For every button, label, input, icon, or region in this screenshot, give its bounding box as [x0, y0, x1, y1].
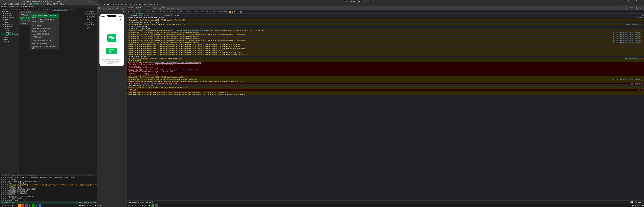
submenu-item[interactable]: 如何用chrome控制台调试Android应用(C)	[30, 45, 59, 49]
console-row[interactable]: [Component] slot "" is not found (for co…	[127, 38, 644, 40]
sim-footer[interactable]: 页面路径 ▾	[96, 205, 127, 207]
submenu-item[interactable]: 运行-[设备:Android-3ee1714b] - [mh-client] -…	[30, 18, 59, 23]
taskview-icon[interactable]: ⧉	[8, 204, 10, 207]
menu-file[interactable]: 文件(F)	[0, 3, 7, 5]
run-submenu[interactable]: 运行-[设备:Android-3ee1714b] - [mh-client]运行…	[30, 14, 59, 50]
settings-icon[interactable]: ⚙	[233, 11, 236, 13]
menu-item[interactable]: 项目	[96, 3, 101, 5]
maximize-button[interactable]: □	[92, 0, 94, 2]
menu-item[interactable]: 选择	[120, 3, 124, 5]
appsrv-select[interactable]: appsrv ▾	[638, 201, 643, 203]
explorer-icon[interactable]: 📁	[11, 204, 14, 207]
filter-input[interactable]	[146, 14, 163, 16]
scene-icon[interactable]: ⊞ ◐ ⊕ ⊟ ◫	[146, 201, 153, 203]
menu-item[interactable]: 微信开发者工具	[147, 3, 159, 5]
console-row[interactable]: [Component] slot "" is not found (for co…	[127, 36, 644, 38]
menu-view[interactable]: 视图(V)	[46, 3, 52, 5]
view-issues-link[interactable]: View issues	[636, 17, 643, 18]
status-item[interactable]: mh-client - 3ee1714b	[25, 174, 37, 176]
console-row[interactable]: [Component] slot "" is not found (for co…	[127, 32, 644, 34]
page-path[interactable]: pages/wxLogin/wxLogin	[129, 201, 144, 203]
user-avatar[interactable]	[98, 6, 101, 10]
menu-item[interactable]: 编辑	[106, 3, 110, 5]
visual-toggle[interactable]: ▦可视化	[116, 6, 120, 10]
console-row[interactable]: [Component] property "mode" of "uni_modu…	[127, 40, 644, 42]
menu-item[interactable]: 视图	[124, 3, 129, 5]
details-button[interactable]: ⓘ详情	[635, 6, 639, 10]
menu-item[interactable]: 设置	[134, 3, 138, 5]
maximize-button[interactable]: □	[634, 0, 639, 3]
devtools-tab[interactable]: Storage	[184, 10, 192, 13]
app-icon[interactable]	[152, 204, 154, 207]
devtools-tab[interactable]: Audits	[212, 10, 218, 13]
file-item[interactable]: App.vue	[2, 40, 19, 42]
console-row[interactable]: [pages/home/home] Some selectors are not…	[127, 52, 644, 54]
app-icon[interactable]: ⬚	[144, 204, 148, 207]
menu-publish[interactable]: 发行(U)	[39, 3, 46, 5]
preview-button[interactable]: 👁预览	[158, 6, 162, 10]
file-explorer[interactable]: mh-client .hbuilderxcomponentsnode_modul…	[0, 11, 19, 174]
console-row[interactable]: [system] Launch Time: 1385 ms	[127, 56, 644, 58]
console-output[interactable]: [sitemap 索引情况提示] 根据 sitemap 的规则[0]，当前页面 …	[127, 19, 644, 200]
windows-taskbar-right[interactable]: ⊞ 🔍 ⧉ 🌐 📁 ⬚ ◉ ▴ ☁ 🔊 中 18:19 💬	[127, 204, 644, 207]
taskview-icon[interactable]: ⧉	[134, 204, 137, 207]
vscode-icon[interactable]: ⬚	[14, 204, 17, 207]
menu-run[interactable]: 运行(R)	[33, 3, 39, 5]
file-item[interactable]: android_debug.apk	[2, 33, 19, 35]
console-row[interactable]: [pages/home/home] Some selectors are not…	[127, 46, 644, 48]
folder-item[interactable]: dist	[2, 35, 19, 37]
console-row[interactable]: [pages/wxLogin/wxLogin] Some selectors a…	[127, 92, 644, 94]
folder-item[interactable]: store	[2, 22, 19, 24]
submenu-item[interactable]: 运行基座选择(S)	[30, 24, 59, 27]
devtools-tab[interactable]: Sources	[144, 10, 151, 13]
minimize-button[interactable]: ─	[89, 0, 91, 2]
start-icon[interactable]: ⊞	[0, 204, 4, 207]
folder-item[interactable]: unpackage	[2, 26, 19, 28]
console-row[interactable]: [system] WeChatLib: 2.22.0 (2022.1.8 23:…	[127, 22, 644, 24]
file-item[interactable]: .gitignore	[2, 39, 19, 40]
devtools-tab[interactable]: AppData	[176, 10, 184, 13]
console-row[interactable]: ▸ GET https://test-box.quanlaibt.com/use…	[127, 82, 644, 84]
clear-cache-button[interactable]: 🗑清缓存	[166, 6, 170, 10]
capsule-close-icon[interactable]: ◉	[119, 18, 122, 20]
menu-tools[interactable]: 工具(T)	[52, 3, 59, 5]
menu-item[interactable]: 帮助	[142, 3, 147, 5]
editor-toggle[interactable]: ✎编辑器	[108, 6, 111, 10]
mute-icon[interactable]: 🔇 ⋮	[123, 11, 126, 12]
submenu-item[interactable]: Android模拟器端口设置(O)	[30, 33, 59, 36]
search-icon[interactable]: 🔍	[131, 204, 134, 207]
folder-item[interactable]: static	[2, 20, 19, 22]
menu-find[interactable]: 查找(I)	[20, 3, 26, 5]
run-browser[interactable]: 运行到浏览器(B)▸	[19, 11, 47, 14]
menu-item[interactable]: 工具	[110, 3, 115, 5]
app-icon[interactable]	[155, 204, 158, 207]
settings-icon[interactable]: ⚙	[642, 14, 644, 16]
submenu-item[interactable]: 制作自定义调试基座(P)	[30, 30, 59, 33]
devtools-tab[interactable]: Network	[151, 10, 158, 13]
console-row[interactable]: [system] Subpackages: N/A	[127, 26, 644, 28]
compile-mode-select[interactable]: 小程序模式	[126, 6, 134, 9]
editor-tab[interactable]: dboxDetails.vue	[10, 8, 23, 11]
editor-tab-active[interactable]: android_debug.apk	[52, 8, 68, 11]
system-tray[interactable]: ▴ ◐ ☁ 🔊 中 18:19 星期三 💬	[79, 204, 96, 206]
folder-item[interactable]: debug	[2, 29, 19, 31]
menu-item[interactable]: 文件	[101, 3, 106, 5]
minimize-button[interactable]: ─	[630, 0, 634, 3]
context-select[interactable]: ▸ appservice (#31) ▾	[130, 14, 142, 16]
terminal-icon[interactable]: ▣	[35, 204, 38, 207]
inspect-icon[interactable]: ⎘	[127, 11, 130, 13]
console-row[interactable]: 暂存的意思呢wxLogin.js? [sm]:1	[127, 89, 644, 92]
devtools-tab[interactable]: Vulnerability	[218, 10, 228, 13]
submenu-item[interactable]: 运行-[设备:Android-3ee1714b] - [mh-client]	[30, 14, 59, 18]
console-row[interactable]: DevTools failed to load SourceMap: Could…	[127, 30, 644, 32]
folder-item[interactable]: utils	[2, 37, 19, 39]
console-row[interactable]: [JS 文件编译错误] 以下文件体积超过 500KB，已跳过压缩以及 ES6 转…	[127, 58, 644, 62]
close-button[interactable]: ✕	[639, 0, 643, 3]
console-row[interactable]: [pages/wxLogin/wxLogin] Some selectors a…	[127, 94, 644, 96]
devtools-tab[interactable]: Console	[136, 10, 144, 14]
console-row[interactable]: [渲染层网络层错误] Failed to load image https://…	[127, 62, 644, 69]
devtools-tab[interactable]: Sensor	[200, 10, 206, 13]
console-row[interactable]: [system] LazyCodeLoading: false	[127, 28, 644, 30]
menu-edit[interactable]: 编辑(E)	[7, 3, 14, 5]
dock-icon[interactable]: ◧	[240, 11, 242, 13]
